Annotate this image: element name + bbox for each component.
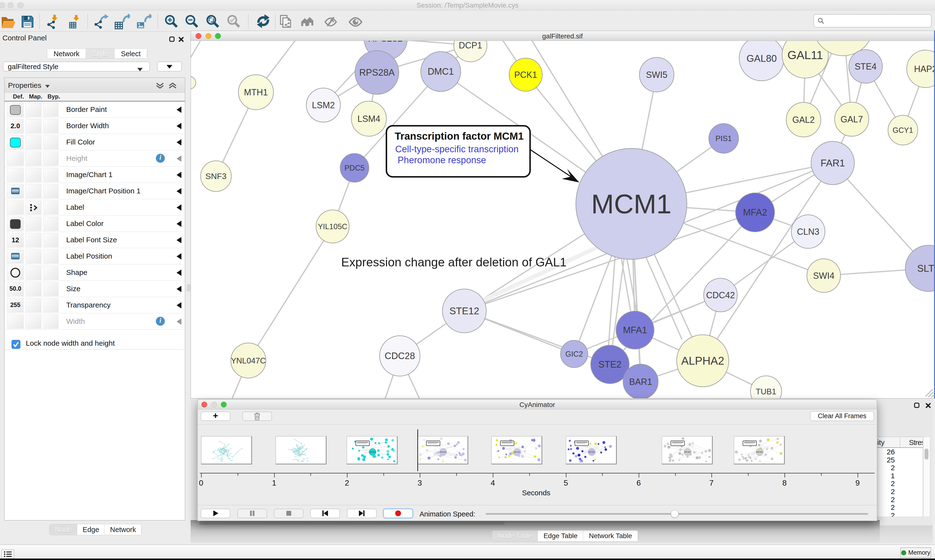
svg-text:STE4: STE4 bbox=[855, 62, 876, 72]
svg-text:MCM1: MCM1 bbox=[369, 451, 376, 453]
svg-text:Transcription factor MCM1: Transcription factor MCM1 bbox=[395, 131, 524, 142]
svg-text:STE2: STE2 bbox=[598, 359, 622, 369]
svg-text:LSM2: LSM2 bbox=[312, 100, 335, 110]
svg-text:MCM1: MCM1 bbox=[685, 451, 691, 453]
svg-text:RPS28A: RPS28A bbox=[359, 68, 395, 78]
svg-text:MCM1: MCM1 bbox=[591, 189, 671, 219]
svg-text:MCM1: MCM1 bbox=[440, 451, 447, 453]
svg-text:MTH1: MTH1 bbox=[244, 87, 268, 97]
svg-text:SWI5: SWI5 bbox=[646, 70, 667, 80]
svg-text:GIC2: GIC2 bbox=[565, 350, 583, 358]
svg-text:PDC5: PDC5 bbox=[344, 164, 365, 172]
svg-text:SNF3: SNF3 bbox=[205, 171, 227, 181]
svg-text:MCM1: MCM1 bbox=[756, 451, 763, 453]
svg-text:GAL80: GAL80 bbox=[747, 53, 777, 64]
svg-text:Pheromone response: Pheromone response bbox=[398, 155, 486, 165]
svg-text:RPS28B: RPS28B bbox=[368, 41, 403, 43]
svg-text:MFA1: MFA1 bbox=[623, 325, 647, 335]
svg-text:MCM1: MCM1 bbox=[514, 451, 521, 453]
svg-text:ALPHA2: ALPHA2 bbox=[681, 354, 724, 367]
svg-text:MFA2: MFA2 bbox=[743, 207, 767, 217]
svg-text:BAR1: BAR1 bbox=[629, 377, 652, 387]
svg-text:FAR1: FAR1 bbox=[821, 158, 845, 168]
svg-text:CDC28: CDC28 bbox=[385, 351, 415, 361]
svg-text:CLN3: CLN3 bbox=[797, 227, 819, 237]
svg-text:CDC42: CDC42 bbox=[706, 290, 735, 300]
svg-text:PIS1: PIS1 bbox=[715, 134, 732, 143]
svg-text:YIL105C: YIL105C bbox=[318, 222, 347, 231]
svg-text:GCY1: GCY1 bbox=[893, 126, 913, 134]
svg-text:DMC1: DMC1 bbox=[427, 66, 454, 77]
svg-text:Cell-type-specific transcripti: Cell-type-specific transcription bbox=[395, 144, 518, 154]
svg-text:PCK1: PCK1 bbox=[514, 70, 537, 80]
svg-text:GAL7: GAL7 bbox=[841, 114, 863, 124]
svg-text:TUB1: TUB1 bbox=[756, 387, 776, 396]
svg-text:GAL11: GAL11 bbox=[787, 49, 823, 62]
svg-text:MCM1: MCM1 bbox=[588, 451, 595, 453]
svg-text:SWI4: SWI4 bbox=[813, 271, 835, 281]
svg-text:LSM4: LSM4 bbox=[358, 114, 380, 124]
svg-text:GAL2: GAL2 bbox=[792, 115, 815, 125]
svg-text:SLT2: SLT2 bbox=[917, 263, 934, 274]
svg-text:Expression change after deleti: Expression change after deletion of GAL1 bbox=[341, 255, 566, 269]
svg-text:DCP1: DCP1 bbox=[459, 41, 482, 50]
svg-text:YNL047C: YNL047C bbox=[231, 356, 265, 365]
svg-text:STE12: STE12 bbox=[449, 306, 479, 316]
svg-text:HAP2: HAP2 bbox=[914, 64, 934, 74]
